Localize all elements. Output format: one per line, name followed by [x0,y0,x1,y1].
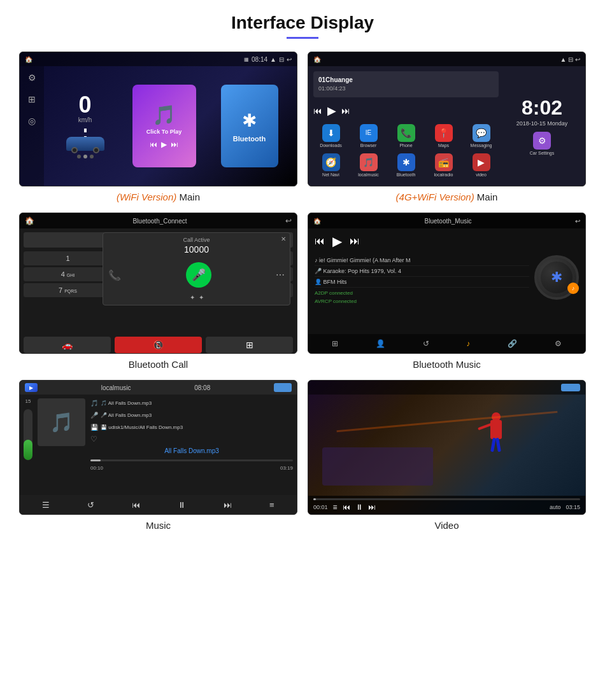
screen-cell-wifi-main: 🏠 ▦ 08:14 ▲⊟↩ ⚙ ⊞ ◎ 0 [19,52,297,202]
key-7[interactable]: 7 PQRS [24,283,112,297]
s4-album-art: ✱ ♪ [534,255,579,300]
call-answer-icon[interactable]: 📞 [108,269,121,281]
settings-icon[interactable]: ⚙ [28,73,36,83]
s5-repeat-icon[interactable]: ↺ [87,500,94,510]
screen-frame-bt-music: 🏠 Bluetooth_Music ↩ ⏮ ▶ ⏭ ♪ ie! Gimmie! … [308,213,586,354]
app-bluetooth[interactable]: ✱ Bluetooth [388,153,424,181]
s6-pause-btn[interactable]: ⏸ [355,503,363,512]
s5-bottom-bar: ☰ ↺ ⏮ ⏸ ⏭ ≡ [20,495,297,514]
screen-cell-bt-music: 🏠 Bluetooth_Music ↩ ⏮ ▶ ⏭ ♪ ie! Gimmie! … [308,213,586,370]
s5-file-row-3: 💾 💾 udisk1/Music/All Falls Down.mp3 [90,423,293,432]
call-more-icon[interactable]: ⋯ [276,270,285,280]
app-downloads[interactable]: ⬇ Downloads [313,124,348,151]
s4-bottom-bar: ⊞ 👤 ↺ ♪ 🔗 ⚙ [308,334,585,353]
s3-back-icon[interactable]: ↩ [285,216,292,225]
music-note-icon: 🎵 [152,104,176,126]
popup-number: 10000 [108,244,285,255]
s5-progress-bar[interactable] [90,459,293,461]
s2-next-btn[interactable]: ⏭ [341,106,350,116]
app-browser[interactable]: IE Browser [351,124,386,151]
s6-bottom-overlay: 00:01 ≡ ⏮ ⏸ ⏭ auto 03:15 [308,496,585,514]
navi-icon: 🧭 [322,153,340,171]
s4-bar-settings-icon[interactable]: ⚙ [555,339,562,348]
s4-prev-btn[interactable]: ⏮ [315,235,325,247]
s4-bar-link-icon[interactable]: 🔗 [508,339,517,348]
maps-icon: 📍 [435,124,453,142]
music-card[interactable]: 🎵 Click To Play ⏮ ▶ ⏭ [132,85,196,167]
s5-equalizer-icon[interactable]: ≡ [269,500,274,510]
s6-next-btn[interactable]: ⏭ [368,503,376,512]
s5-volume-slider[interactable] [24,409,32,460]
bluetooth-card[interactable]: ✱ Bluetooth [221,85,278,167]
key-1[interactable]: 1 [24,251,112,265]
s3-grid-btn[interactable]: ⊞ [206,337,293,353]
app-video[interactable]: ▶ video [464,153,499,181]
s5-content: 15 🎵 🎵 🎵 All Falls Down.mp3 🎤 [20,395,297,495]
s6-progress-fill [313,498,316,500]
s5-pause-btn[interactable]: ⏸ [178,500,186,510]
s4-play-btn[interactable]: ▶ [332,234,342,249]
s6-prev-btn[interactable]: ⏮ [343,503,350,512]
navi-label: Net Navi [322,172,339,177]
next-btn[interactable]: ⏭ [171,140,178,149]
figure-leg2 [495,438,501,452]
s3-topbar: 🏠 Bluetooth_Connect ↩ [20,213,297,228]
s6-controls-row: 00:01 ≡ ⏮ ⏸ ⏭ auto 03:15 [313,503,580,512]
s5-list-icon[interactable]: ☰ [42,500,50,510]
phone-icon: 📞 [397,124,415,142]
prev-btn[interactable]: ⏮ [150,140,157,149]
s6-progress-bar[interactable] [313,498,580,500]
s3-car-btn[interactable]: 🚗 [24,337,111,353]
s4-bar-music-icon[interactable]: ♪ [466,339,470,348]
nav-icon[interactable]: ◎ [28,116,36,126]
s4-bar-refresh-icon[interactable]: ↺ [423,339,429,348]
s4-next-btn[interactable]: ⏭ [350,235,360,247]
track-row-1: ♪ ie! Gimmie! Gimmie! (A Man After M [315,255,529,266]
popup-close-btn[interactable]: ✕ [281,235,286,242]
s4-back-icon[interactable]: ↩ [575,218,580,225]
mic-button[interactable]: 🎤 [186,262,211,288]
s6-equalizer-icon[interactable]: ≡ [333,503,338,512]
s5-volume-fill [24,440,32,460]
messaging-label: Messaging [471,143,492,148]
app-car-settings[interactable]: ⚙ Car Settings [530,132,555,155]
screen-cell-music: ▶ localmusic 08:08 15 🎵 🎵 [19,380,297,531]
browser-label: Browser [360,143,377,148]
screen-label-music: Music [146,520,171,531]
s2-prev-btn[interactable]: ⏮ [313,106,322,116]
s1-sidebar: ⚙ ⊞ ◎ [20,66,44,186]
s5-right: 🎵 🎵 All Falls Down.mp3 🎤 🎤 All Falls Dow… [90,398,293,491]
s4-bar-keypad-icon[interactable]: ⊞ [332,339,338,348]
track-row-3: 👤 BFM Hits [315,277,529,288]
bt-app-label: Bluetooth [397,172,416,177]
4g-label-rest: Main [474,192,498,202]
s3-hangup-btn[interactable]: 📵 [115,337,202,353]
s2-play-btn[interactable]: ▶ [327,104,336,118]
track-title: 01Chuange [318,75,494,85]
clock-display: 8:02 [522,97,562,118]
grid-icon[interactable]: ⊞ [28,94,36,104]
s4-bar-person-icon[interactable]: 👤 [376,339,385,348]
screen-label-video: Video [434,520,459,531]
s5-heart-icon[interactable]: ♡ [90,435,293,444]
s5-next-btn[interactable]: ⏭ [224,500,232,510]
app-phone[interactable]: 📞 Phone [388,124,424,151]
s3-call-popup: ✕ Call Active 10000 📞 🎤 ⋯ ✦ ✦ [103,232,290,305]
s5-file-name-1: 🎵 All Falls Down.mp3 [101,400,152,406]
s5-album-art: 🎵 [38,398,85,446]
key-4[interactable]: 4 GHI [24,267,112,281]
app-localmusic[interactable]: 🎵 localmusic [351,153,386,181]
app-netnavi[interactable]: 🧭 Net Navi [313,153,348,181]
s1-home-icon: 🏠 [25,56,32,63]
app-maps[interactable]: 📍 Maps [426,124,461,151]
s2-content: 01Chuange 01:00/4:23 ⏮ ▶ ⏭ ⬇ Downloads [308,66,585,186]
app-messaging[interactable]: 💬 Messaging [464,124,499,151]
s1-time: 08:14 [252,56,267,63]
s2-right: 8:02 2018-10-15 Monday ⚙ Car Settings [504,71,580,181]
s2-player-controls: ⏮ ▶ ⏭ [313,101,499,120]
play-btn[interactable]: ▶ [161,140,167,149]
screen-wifi-main: 🏠 ▦ 08:14 ▲⊟↩ ⚙ ⊞ ◎ 0 [20,52,297,186]
s5-prev-btn[interactable]: ⏮ [132,500,140,510]
s5-progress-fill [90,459,101,461]
app-localradio[interactable]: 📻 localradio [426,153,461,181]
